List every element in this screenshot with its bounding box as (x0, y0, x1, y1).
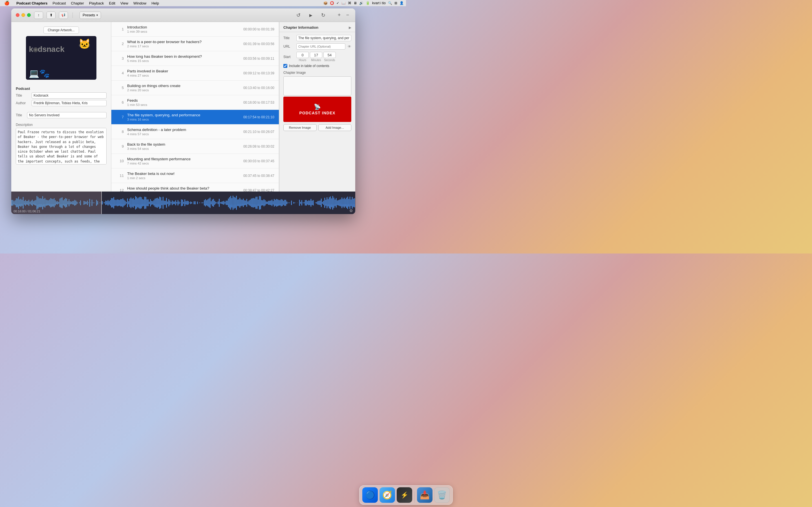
svg-rect-33 (29, 204, 29, 206)
chapter-info-url-input[interactable] (296, 43, 345, 50)
speaker-button[interactable]: 📢 (59, 11, 68, 19)
svg-rect-409 (244, 204, 245, 205)
svg-rect-267 (163, 205, 163, 208)
svg-rect-35 (30, 203, 31, 204)
svg-rect-435 (259, 205, 260, 209)
menu-podcast[interactable]: Podcast (51, 1, 68, 6)
chapter-item-4[interactable]: 4 Parts involved in Beaker 4 mins 27 sec… (111, 66, 279, 80)
asana-icon: ⭕ (330, 1, 334, 5)
remove-image-button[interactable]: Remove Image (283, 124, 317, 131)
chapter-duration: 1 min 39 secs (127, 30, 243, 33)
control-center-icon[interactable]: ⊞ (395, 1, 397, 5)
add-minus-buttons: + − (336, 12, 351, 18)
export-button[interactable]: ↑ (34, 11, 43, 19)
seconds-input[interactable] (323, 52, 336, 58)
waveform-area[interactable]: 00:16:00 / 01:06:21 ⚙ (11, 191, 355, 214)
chapter-item-6[interactable]: 6 Feeds 1 min 53 secs 00:16:00 to 00:17:… (111, 95, 279, 110)
chapter-item-11[interactable]: 11 The Beaker beta is out now! 1 min 2 s… (111, 168, 279, 183)
chapter-num: 10 (116, 159, 124, 163)
chapter-title-text: The Beaker beta is out now! (127, 172, 243, 176)
svg-rect-591 (349, 204, 349, 206)
toc-checkbox[interactable] (283, 64, 287, 68)
apple-menu[interactable]: 🍎 (2, 0, 11, 6)
chapter-item-7[interactable]: 7 The file system, querying, and perform… (111, 110, 279, 124)
svg-rect-315 (190, 203, 191, 204)
waveform-settings-icon[interactable]: ⚙ (349, 209, 353, 213)
chapter-item-8[interactable]: 8 Schema definition - a later problem 4 … (111, 124, 279, 139)
chapter-item-9[interactable]: 9 Back to the file system 3 mins 54 secs… (111, 139, 279, 154)
menu-chapter[interactable]: Chapter (69, 1, 86, 6)
change-artwork-button[interactable]: Change Artwork... (43, 26, 79, 34)
svg-rect-413 (246, 204, 247, 206)
svg-rect-341 (205, 204, 206, 206)
zoom-button[interactable] (27, 13, 31, 17)
svg-rect-69 (49, 204, 50, 206)
chapter-item-5[interactable]: 5 Building on things others create 2 min… (111, 80, 279, 95)
svg-rect-147 (94, 203, 95, 203)
hours-input[interactable] (296, 52, 309, 58)
description-textarea[interactable]: Paul Frazee returns to discuss the evolu… (16, 128, 107, 165)
svg-rect-209 (130, 204, 130, 207)
podcast-title-input[interactable] (32, 93, 107, 99)
chapter-time: 00:38:47 to 00:42:27 (243, 188, 274, 192)
menu-playback[interactable]: Playback (87, 1, 106, 6)
add-image-button[interactable]: Add Image... (318, 124, 352, 131)
forward-button[interactable]: ↻ (319, 11, 327, 19)
url-visibility-icon[interactable]: 👁 (348, 45, 351, 49)
svg-rect-339 (204, 204, 205, 205)
presets-button[interactable]: Presets ▾ (80, 11, 101, 19)
podcast-author-input[interactable] (32, 100, 107, 106)
speaker-icon: 📢 (61, 13, 65, 17)
svg-rect-117 (77, 203, 78, 204)
svg-rect-453 (269, 203, 270, 205)
svg-rect-167 (105, 203, 106, 205)
svg-rect-223 (137, 204, 138, 207)
menu-edit[interactable]: Edit (107, 1, 117, 6)
svg-rect-275 (167, 203, 168, 204)
close-button[interactable] (16, 13, 19, 17)
chapter-info: What is a peer-to-peer browser for hacke… (127, 40, 243, 48)
chapter-info-title-input[interactable] (296, 35, 351, 41)
menu-podcast-chapters[interactable]: Podcast Chapters (14, 1, 50, 6)
svg-rect-597 (352, 205, 353, 208)
svg-rect-549 (324, 204, 325, 207)
menu-view[interactable]: View (118, 1, 130, 6)
chapter-info: The Beaker beta is out now! 1 min 2 secs (127, 172, 243, 180)
chapter-item-12[interactable]: 12 How should people think about the Bea… (111, 183, 279, 191)
siri-icon[interactable]: 👤 (400, 1, 404, 5)
svg-rect-105 (70, 203, 70, 204)
chapter-title-text: Feeds (127, 98, 243, 103)
volume-icon: 🔊 (359, 1, 363, 5)
menu-help[interactable]: Help (149, 1, 161, 6)
svg-rect-305 (185, 204, 185, 206)
minutes-input[interactable] (310, 52, 322, 58)
add-chapter-button[interactable]: + (336, 12, 342, 18)
chapter-info: Schema definition - a later problem 4 mi… (127, 128, 243, 136)
chapter-item-10[interactable]: 10 Mounting and filesystem performance 7… (111, 154, 279, 168)
svg-rect-581 (343, 204, 343, 206)
share-button[interactable]: ⬆ (47, 11, 56, 19)
chapter-list: 1 Introduction 1 min 39 secs 00:00:00 to… (111, 22, 279, 191)
remove-chapter-button[interactable]: − (345, 12, 351, 18)
chapter-item-2[interactable]: 2 What is a peer-to-peer browser for hac… (111, 37, 279, 51)
svg-rect-497 (294, 203, 295, 203)
svg-rect-63 (46, 204, 47, 206)
cmd-icon: ⌘ (348, 1, 351, 5)
chapter-item-1[interactable]: 1 Introduction 1 min 39 secs 00:00:00 to… (111, 22, 279, 37)
play-button[interactable]: ▶ (307, 11, 315, 19)
svg-rect-109 (72, 203, 73, 205)
panel-expand-icon[interactable]: ▶ (349, 25, 351, 30)
search-icon[interactable]: 🔍 (388, 1, 392, 5)
menu-window[interactable]: Window (132, 1, 148, 6)
chapter-item-3[interactable]: 3 How long has Beaker been in developmen… (111, 51, 279, 66)
svg-rect-561 (331, 204, 332, 207)
chapter-time: 00:37:45 to 00:38:47 (243, 174, 274, 178)
bookmark-icon: 📖 (342, 1, 346, 5)
svg-rect-23 (23, 205, 24, 208)
svg-rect-221 (136, 205, 137, 208)
svg-rect-85 (58, 203, 59, 204)
minimize-button[interactable] (21, 13, 25, 17)
svg-rect-563 (333, 205, 333, 209)
chapter-title-field[interactable] (27, 112, 107, 118)
rewind-button[interactable]: ↺ (294, 11, 302, 19)
